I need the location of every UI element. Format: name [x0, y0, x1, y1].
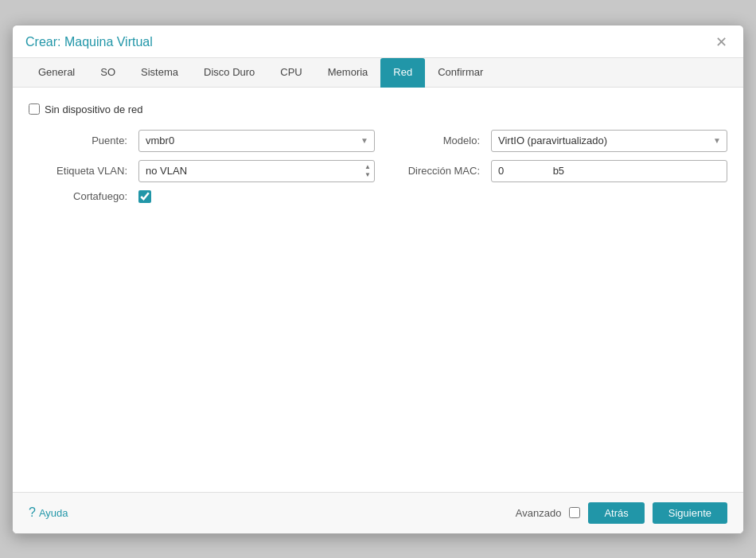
tab-memoria[interactable]: Memoria [315, 58, 381, 88]
dialog-header: Crear: Maquina Virtual ✕ [13, 25, 743, 58]
create-vm-dialog: Crear: Maquina Virtual ✕ General SO Sist… [12, 25, 744, 534]
no-device-checkbox[interactable] [29, 103, 40, 115]
vlan-up-button[interactable]: ▲ [362, 163, 373, 171]
etiqueta-label: Etiqueta VLAN: [29, 165, 132, 177]
tab-confirmar[interactable]: Confirmar [425, 58, 496, 88]
puente-select[interactable]: vmbr0 [138, 130, 375, 152]
modelo-select[interactable]: VirtIO (paravirtualizado) [491, 130, 727, 152]
puente-label: Puente: [29, 135, 132, 146]
tab-cpu[interactable]: CPU [267, 58, 314, 88]
footer-left: ? Ayuda [29, 505, 68, 520]
dialog-title: Crear: Maquina Virtual [25, 35, 153, 49]
dialog-body: Sin dispositivo de red Puente: vmbr0 ▼ M… [13, 88, 743, 492]
close-button[interactable]: ✕ [712, 33, 731, 51]
vlan-wrapper: ▲ ▼ [138, 160, 375, 182]
cortafuego-label: Cortafuego: [29, 190, 132, 202]
next-button[interactable]: Siguiente [653, 502, 727, 524]
help-label: Ayuda [39, 507, 68, 519]
mac-label: Dirección MAC: [381, 165, 485, 177]
dialog-footer: ? Ayuda Avanzado Atrás Siguiente [13, 492, 743, 533]
form-grid: Puente: vmbr0 ▼ Modelo: VirtIO (paravirt… [29, 130, 727, 203]
tab-bar: General SO Sistema Disco Duro CPU Memori… [13, 58, 743, 88]
avanzado-checkbox[interactable] [569, 507, 580, 518]
avanzado-label: Avanzado [516, 507, 562, 519]
cortafuego-checkbox[interactable] [138, 190, 151, 203]
no-device-label[interactable]: Sin dispositivo de red [29, 103, 143, 115]
puente-select-wrapper: vmbr0 ▼ [138, 130, 375, 152]
tab-sistema[interactable]: Sistema [128, 58, 191, 88]
back-button[interactable]: Atrás [588, 502, 644, 524]
tab-so[interactable]: SO [88, 58, 128, 88]
modelo-select-wrapper: VirtIO (paravirtualizado) ▼ [491, 130, 727, 152]
firewall-row [138, 190, 375, 203]
no-device-row: Sin dispositivo de red [29, 103, 727, 115]
tab-red[interactable]: Red [380, 58, 425, 88]
help-button[interactable]: ? Ayuda [29, 505, 68, 520]
vlan-down-button[interactable]: ▼ [362, 171, 373, 179]
footer-right: Avanzado Atrás Siguiente [516, 502, 727, 524]
tab-general[interactable]: General [25, 58, 88, 88]
no-device-text: Sin dispositivo de red [45, 103, 143, 115]
help-icon: ? [29, 505, 36, 520]
vlan-input[interactable] [138, 160, 375, 182]
modelo-label: Modelo: [381, 135, 485, 146]
tab-disco-duro[interactable]: Disco Duro [191, 58, 267, 88]
vlan-spinners: ▲ ▼ [362, 163, 373, 179]
mac-input[interactable] [491, 160, 727, 182]
